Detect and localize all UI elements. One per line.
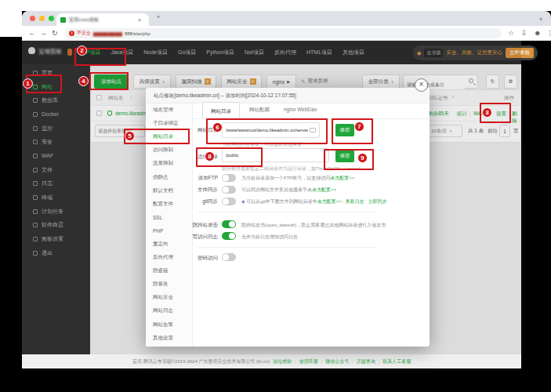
nav-tab-java[interactable]: Java项目 (111, 49, 133, 56)
page-number-input[interactable] (499, 125, 510, 137)
op-delete[interactable]: 删除 (512, 111, 520, 125)
run-dir-select[interactable] (222, 148, 329, 162)
nav-tab-other[interactable]: 其他项目 (343, 49, 364, 56)
modal-menu-site-alert[interactable]: 网站告警 (146, 318, 192, 332)
nav-tab-php[interactable]: PHP项目 (78, 49, 100, 56)
sidebar-item-docker[interactable]: Docker (22, 107, 90, 122)
nav-tab-net[interactable]: Net项目 (245, 49, 264, 56)
sidebar-item-waf[interactable]: WAF (22, 149, 90, 163)
back-icon[interactable]: ← (28, 29, 35, 37)
download-icon[interactable]: ⇩ (521, 29, 527, 37)
nav-tab-node[interactable]: Node项目 (143, 49, 168, 56)
sidebar-item-database[interactable]: 数据库 (22, 93, 90, 107)
help-icon[interactable]: ? (451, 95, 454, 100)
footer-link-manual[interactable]: 使用手册 (299, 358, 318, 365)
access-log-help: 允许当前日志增加访问日志 (241, 234, 298, 241)
modal-title: 站点修改[demo.likeadmin.cn] -- 添加时间[2024-10-… (146, 88, 430, 103)
sidebar-item-security[interactable]: 安全 (22, 135, 90, 149)
select-all-checkbox[interactable] (96, 95, 102, 100)
modal-close-button[interactable]: × (415, 78, 428, 92)
git-sync-toggle[interactable] (222, 198, 236, 205)
access-log-toggle[interactable] (222, 232, 236, 240)
webserver-button[interactable]: nginx▶ (266, 74, 296, 89)
browser-tab[interactable]: 宝塔Linux面板 × (56, 13, 149, 26)
row-checkbox[interactable] (96, 111, 102, 116)
category-filter-select[interactable]: 全部分类∨ (362, 74, 400, 89)
nav-tab-python[interactable]: Python项目 (206, 49, 234, 56)
sync-config-link[interactable]: 点击配置>> (312, 187, 336, 192)
run-dir-save-button[interactable]: 保存 (335, 150, 354, 162)
footer-link-wechat[interactable]: 微信公众号 (325, 358, 349, 365)
enterprise-promo: ◆ 企业版 安全、高效、让您更安心 立即体验 (413, 45, 538, 60)
sidebar-item-settings[interactable]: 面板设置 (22, 232, 90, 246)
folder-picker-icon[interactable] (310, 128, 316, 132)
nav-tab-html[interactable]: HTML项目 (306, 49, 332, 56)
profile-icon[interactable]: ☻ (534, 29, 541, 37)
footer-link-forum[interactable]: 论坛求助 (273, 358, 292, 365)
nav-tab-go[interactable]: Go项目 (178, 49, 196, 56)
op-waf[interactable]: WAF (473, 111, 484, 116)
vuln-scan-button[interactable]: 漏洞扫描0 (176, 74, 216, 89)
site-dir-save-button[interactable]: 保存 (335, 124, 354, 136)
modal-menu-hotlink[interactable]: 防盗链 (146, 264, 192, 278)
site-dir-input[interactable] (222, 122, 320, 138)
page-unit: 页 (513, 128, 519, 135)
refresh-button[interactable]: ↻ (486, 74, 499, 89)
sidebar-item-website[interactable]: 网站 (22, 80, 90, 94)
enterprise-badge: 企业版 (424, 49, 443, 57)
sort-icon[interactable]: ↕ (130, 95, 132, 100)
window-close-button[interactable] (30, 16, 35, 21)
site-name-link[interactable]: demo.likeadmin.cn (115, 111, 147, 116)
tab-site-directory[interactable]: 网站目录 (202, 102, 240, 119)
file-sync-toggle[interactable] (222, 186, 236, 194)
window-minimize-button[interactable] (39, 16, 45, 21)
new-tab-button[interactable]: + (157, 14, 160, 20)
url-field[interactable]: ! 不安全 ▆▆▆▆▆▆▆▆ 888/site/php (64, 28, 502, 38)
tab-nginx-webdav[interactable]: nginx WebDav (284, 107, 317, 112)
tab-search-icon[interactable]: ∨ (539, 16, 542, 21)
add-site-button[interactable]: 添加站点 (94, 74, 129, 89)
sidebar-item-home[interactable]: 首页 (22, 66, 90, 80)
bookmark-star-icon[interactable]: ☆ (508, 29, 514, 37)
browser-menu-icon[interactable]: ⋮ (546, 29, 551, 37)
sidebar-item-files[interactable]: 文件 (22, 163, 90, 177)
sidebar-item-monitor[interactable]: 监控 (22, 122, 90, 136)
batch-action-select[interactable]: 请选择批量操作 (95, 125, 145, 137)
footer-link-support[interactable]: 联系人工客服 (382, 358, 411, 365)
search-icon[interactable] (469, 78, 473, 83)
modal-menu-site-logs[interactable]: 网站日志 (146, 304, 192, 318)
window-zoom-button[interactable] (49, 16, 54, 21)
git-config-link[interactable]: 点击配置>> (317, 199, 342, 204)
try-now-button[interactable]: 立即体验 (506, 48, 534, 58)
git-sync-now-link[interactable]: 立即同步 (368, 199, 386, 204)
modal-menu-other[interactable]: 其他设置 (146, 332, 192, 345)
ftp-config-link[interactable]: 点击配置>> (330, 176, 354, 180)
sidebar-item-cron[interactable]: 计划任务 (22, 205, 90, 219)
git-view-log-link[interactable]: 查看日志 (346, 199, 364, 204)
sidebar-item-appstore[interactable]: 软件商店 (22, 219, 90, 233)
scan-count-badge: 0 (205, 78, 211, 85)
reload-icon[interactable]: ↻ (52, 29, 58, 37)
xss-toggle[interactable] (222, 220, 236, 228)
modal-menu-domain[interactable]: 域名管理 (146, 103, 192, 117)
footer-link-license[interactable]: 正版查询 (357, 358, 375, 365)
advanced-settings-button[interactable]: 高级设置∨ (133, 74, 171, 89)
tab-close-icon[interactable]: × (138, 17, 141, 23)
sidebar-item-logout[interactable]: 退出 (22, 246, 90, 260)
tab-site-quota[interactable]: 网站配额 (249, 107, 270, 114)
forward-icon[interactable]: → (40, 29, 47, 37)
feedback-link[interactable]: ✎ 需求反馈 (301, 78, 328, 85)
nav-tab-proxy[interactable]: 反向代理 (274, 49, 296, 56)
op-statistics[interactable]: 统计 (457, 111, 467, 118)
ftp-toggle[interactable] (222, 174, 236, 182)
op-settings[interactable]: 设置 (496, 111, 506, 118)
site-security-button[interactable]: 网站安全0 (221, 74, 262, 89)
sidebar-item-logs[interactable]: 日志 (22, 177, 90, 191)
modal-menu-site-security[interactable]: 网站安全 (146, 291, 192, 304)
modal-menu-tamperproof[interactable]: 防篡改 (146, 278, 192, 291)
page-size-select[interactable]: 10条/页∨ (428, 125, 462, 137)
table-settings-button[interactable]: ⚙ (504, 74, 517, 89)
ssl-status[interactable]: 剩余85天 (428, 111, 449, 118)
sidebar-item-terminal[interactable]: 终端 (22, 191, 90, 205)
password-access-toggle[interactable] (222, 253, 236, 261)
